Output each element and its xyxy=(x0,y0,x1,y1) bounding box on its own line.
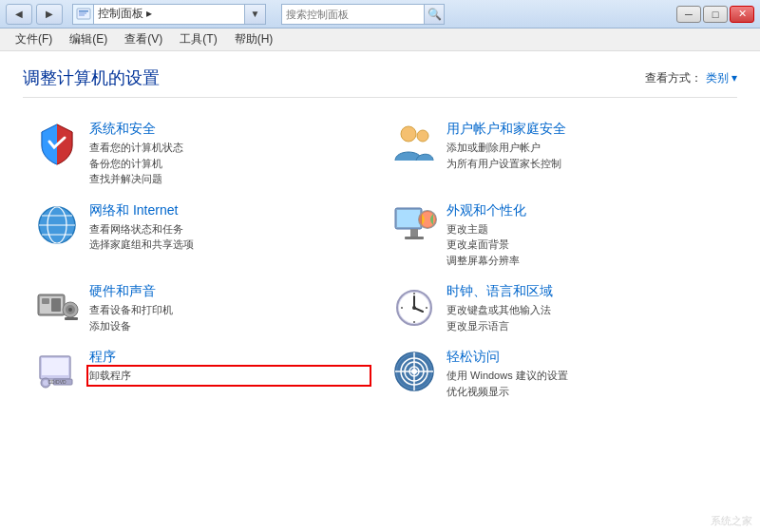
panel-accessibility-text: 轻松访问 使用 Windows 建议的设置 优化视频显示 xyxy=(446,349,726,399)
menu-view[interactable]: 查看(V) xyxy=(117,29,170,49)
svg-rect-23 xyxy=(65,317,78,320)
accessibility-icon xyxy=(391,349,437,394)
panel-network-text: 网络和 Internet 查看网络状态和任务 选择家庭组和共享选项 xyxy=(89,202,369,253)
title-bar-left: ◀ ▶ ▼ 🔍 xyxy=(6,4,445,25)
appearance-sub-1[interactable]: 更改主题 xyxy=(446,221,726,238)
svg-rect-34 xyxy=(42,358,68,375)
security-sub-2[interactable]: 备份您的计算机 xyxy=(89,156,369,172)
address-dropdown-button[interactable]: ▼ xyxy=(245,4,266,25)
menu-tools[interactable]: 工具(T) xyxy=(172,29,224,49)
panel-appearance: 外观和个性化 更改主题 更改桌面背景 调整屏幕分辨率 xyxy=(380,195,737,276)
address-bar: ▼ xyxy=(72,4,266,25)
hardware-title-link[interactable]: 硬件和声音 xyxy=(89,283,369,300)
panel-programs: CD/DVD 程序 卸载程序 xyxy=(23,341,380,407)
svg-point-4 xyxy=(401,126,416,142)
view-options: 查看方式： 类别 ▾ xyxy=(645,70,737,86)
clock-sub-2[interactable]: 更改显示语言 xyxy=(446,318,726,334)
panel-accessibility: 轻松访问 使用 Windows 建议的设置 优化视频显示 xyxy=(380,341,737,407)
panel-appearance-text: 外观和个性化 更改主题 更改桌面背景 调整屏幕分辨率 xyxy=(446,202,726,269)
clock-icon xyxy=(391,283,437,329)
appearance-title-link[interactable]: 外观和个性化 xyxy=(446,202,726,219)
svg-rect-2 xyxy=(79,12,86,13)
svg-rect-14 xyxy=(405,237,424,239)
forward-button[interactable]: ▶ xyxy=(36,4,63,25)
svg-rect-3 xyxy=(79,14,85,15)
panel-clock-text: 时钟、语言和区域 更改键盘或其他输入法 更改显示语言 xyxy=(446,283,726,333)
svg-rect-12 xyxy=(397,210,420,227)
panel-network: 网络和 Internet 查看网络状态和任务 选择家庭组和共享选项 xyxy=(23,195,380,276)
panel-users: 用户帐户和家庭安全 添加或删除用户帐户 为所有用户设置家长控制 xyxy=(380,113,737,195)
svg-point-28 xyxy=(412,306,416,310)
hardware-sub-1[interactable]: 查看设备和打印机 xyxy=(89,302,369,318)
panels-grid: 系统和安全 查看您的计算机状态 备份您的计算机 查找并解决问题 用户帐户和家庭安… xyxy=(23,113,737,407)
view-label: 查看方式： xyxy=(645,70,702,86)
network-title-link[interactable]: 网络和 Internet xyxy=(89,202,369,219)
security-title-link[interactable]: 系统和安全 xyxy=(89,121,369,138)
svg-rect-1 xyxy=(79,10,88,12)
accessibility-sub-1[interactable]: 使用 Windows 建议的设置 xyxy=(446,368,726,384)
search-input[interactable] xyxy=(281,4,424,25)
clock-title-link[interactable]: 时钟、语言和区域 xyxy=(446,283,726,300)
svg-point-5 xyxy=(417,130,428,142)
page-header: 调整计算机的设置 查看方式： 类别 ▾ xyxy=(23,66,737,98)
programs-sub-uninstall[interactable]: 卸载程序 xyxy=(89,368,369,384)
maximize-button[interactable]: □ xyxy=(703,6,728,23)
network-sub-1[interactable]: 查看网络状态和任务 xyxy=(89,221,369,238)
accessibility-sub-2[interactable]: 优化视频显示 xyxy=(446,384,726,400)
network-icon xyxy=(34,202,80,248)
address-input[interactable] xyxy=(93,4,245,25)
svg-rect-18 xyxy=(42,298,49,304)
search-button[interactable]: 🔍 xyxy=(424,4,445,25)
title-bar: ◀ ▶ ▼ 🔍 ─ □ ✕ xyxy=(0,0,760,28)
minimize-button[interactable]: ─ xyxy=(676,6,701,23)
hardware-sub-2[interactable]: 添加设备 xyxy=(89,318,369,334)
programs-icon: CD/DVD xyxy=(34,349,80,394)
panel-security: 系统和安全 查看您的计算机状态 备份您的计算机 查找并解决问题 xyxy=(23,113,380,195)
network-sub-2[interactable]: 选择家庭组和共享选项 xyxy=(89,237,369,253)
panel-clock: 时钟、语言和区域 更改键盘或其他输入法 更改显示语言 xyxy=(380,276,737,341)
users-title-link[interactable]: 用户帐户和家庭安全 xyxy=(446,121,726,138)
content-area: 调整计算机的设置 查看方式： 类别 ▾ 系统和安全 查看您的计算机状态 备份您的… xyxy=(0,51,760,532)
page-title: 调整计算机的设置 xyxy=(23,66,160,89)
panel-programs-text: 程序 卸载程序 xyxy=(89,349,369,384)
hardware-icon xyxy=(34,283,80,329)
close-button[interactable]: ✕ xyxy=(730,6,754,23)
svg-text:CD/DVD: CD/DVD xyxy=(48,379,66,385)
watermark: 系统之家 xyxy=(711,514,752,528)
security-sub-1[interactable]: 查看您的计算机状态 xyxy=(89,140,369,156)
svg-rect-13 xyxy=(410,229,418,237)
menu-edit[interactable]: 编辑(E) xyxy=(62,29,115,49)
svg-rect-19 xyxy=(51,298,61,312)
svg-point-22 xyxy=(68,308,72,312)
appearance-sub-3[interactable]: 调整屏幕分辨率 xyxy=(446,253,726,269)
view-mode-dropdown[interactable]: 类别 ▾ xyxy=(706,70,737,86)
accessibility-title-link[interactable]: 轻松访问 xyxy=(446,349,726,366)
appearance-icon xyxy=(391,202,437,248)
menu-file[interactable]: 文件(F) xyxy=(8,29,60,49)
menu-help[interactable]: 帮助(H) xyxy=(227,29,281,49)
address-icon xyxy=(72,4,93,25)
users-icon xyxy=(391,121,437,166)
window-controls: ─ □ ✕ xyxy=(676,6,754,23)
clock-sub-1[interactable]: 更改键盘或其他输入法 xyxy=(446,302,726,318)
security-sub-3[interactable]: 查找并解决问题 xyxy=(89,171,369,187)
search-bar: 🔍 xyxy=(281,4,445,25)
panel-hardware-text: 硬件和声音 查看设备和打印机 添加设备 xyxy=(89,283,369,333)
menu-bar: 文件(F) 编辑(E) 查看(V) 工具(T) 帮助(H) xyxy=(0,28,760,51)
panel-security-text: 系统和安全 查看您的计算机状态 备份您的计算机 查找并解决问题 xyxy=(89,121,369,187)
panel-hardware: 硬件和声音 查看设备和打印机 添加设备 xyxy=(23,276,380,341)
security-icon xyxy=(34,121,80,166)
users-sub-2[interactable]: 为所有用户设置家长控制 xyxy=(446,156,726,172)
panel-users-text: 用户帐户和家庭安全 添加或删除用户帐户 为所有用户设置家长控制 xyxy=(446,121,726,171)
back-button[interactable]: ◀ xyxy=(6,4,32,25)
appearance-sub-2[interactable]: 更改桌面背景 xyxy=(446,237,726,253)
programs-title-link[interactable]: 程序 xyxy=(89,349,369,366)
svg-point-46 xyxy=(411,369,417,374)
users-sub-1[interactable]: 添加或删除用户帐户 xyxy=(446,140,726,156)
